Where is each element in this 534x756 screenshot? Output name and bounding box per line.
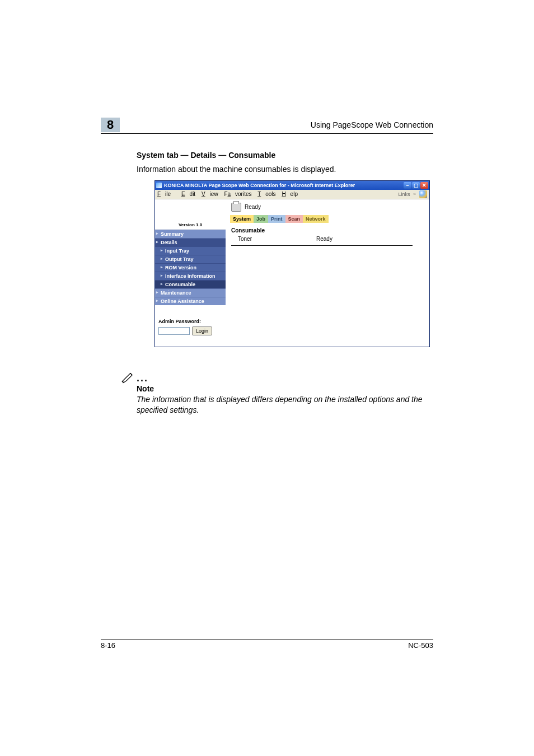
tab-job[interactable]: Job — [254, 215, 268, 223]
consumable-value: Ready — [316, 236, 332, 242]
links-label[interactable]: Links — [399, 192, 410, 197]
note-icon-row: ... — [120, 370, 433, 384]
admin-row: Login — [158, 326, 222, 335]
tab-row: System Job Print Scan Network — [226, 215, 429, 223]
sidebar: Version 1.0 Summary Details Input Tray O… — [155, 199, 226, 347]
nav-sub-output-tray[interactable]: Output Tray — [155, 255, 226, 263]
browser-content: Version 1.0 Summary Details Input Tray O… — [155, 199, 429, 347]
chapter-number: 8 — [101, 118, 120, 132]
browser-menubar: File Edit View Favorites Tools Help Link… — [155, 190, 429, 199]
note-dots: ... — [137, 372, 148, 384]
consumable-label: Toner — [238, 236, 316, 242]
menubar-right: Links » — [399, 190, 427, 198]
login-button[interactable]: Login — [192, 326, 212, 335]
main-pane: Ready System Job Print Scan Network Cons… — [226, 199, 429, 347]
intro-text: Information about the machine consumable… — [137, 164, 433, 175]
maximize-button[interactable]: ▢ — [412, 182, 420, 189]
menu-file[interactable]: File — [157, 191, 175, 197]
printer-icon — [231, 203, 241, 212]
window-buttons: – ▢ ✕ — [404, 182, 428, 189]
close-button[interactable]: ✕ — [420, 182, 428, 189]
menu-view[interactable]: View — [202, 191, 218, 197]
nav-sub-interface-info[interactable]: Interface Information — [155, 272, 226, 280]
menu-tools[interactable]: Tools — [257, 191, 275, 197]
header-divider — [101, 133, 433, 134]
nav-summary[interactable]: Summary — [155, 230, 226, 238]
tab-print[interactable]: Print — [268, 215, 285, 223]
section-title: System tab — Details — Consumable — [137, 151, 433, 160]
footer-row: 8-16 NC-503 — [0, 640, 534, 650]
main-empty-space — [226, 246, 429, 347]
ie-logo-icon — [419, 190, 427, 198]
note-label: Note — [137, 384, 433, 393]
browser-screenshot: KONICA MINOLTA Page Scope Web Connection… — [154, 180, 534, 347]
menu-edit[interactable]: Edit — [181, 191, 195, 197]
header-right-text: Using PageScope Web Connection — [311, 120, 433, 129]
page-header: 8 Using PageScope Web Connection — [0, 118, 534, 132]
menu-help[interactable]: Help — [282, 191, 298, 197]
consumable-row: Toner Ready — [226, 235, 429, 245]
nav-sub-consumable[interactable]: Consumable — [155, 280, 226, 288]
main-section-title: Consumable — [226, 223, 429, 235]
nav-details[interactable]: Details — [155, 238, 226, 246]
hand-pencil-icon — [120, 370, 135, 384]
window-titlebar: KONICA MINOLTA Page Scope Web Connection… — [155, 181, 429, 190]
ie-window: KONICA MINOLTA Page Scope Web Connection… — [154, 180, 430, 347]
menu-favorites[interactable]: Favorites — [224, 191, 251, 197]
admin-password-input[interactable] — [158, 327, 190, 335]
admin-password-block: Admin Password: Login — [155, 305, 226, 341]
window-title: KONICA MINOLTA Page Scope Web Connection… — [164, 183, 355, 188]
nav-online-assistance[interactable]: Online Assistance — [155, 297, 226, 305]
note-text: The information that is displayed differ… — [137, 394, 433, 416]
menubar-left: File Edit View Favorites Tools Help — [157, 191, 302, 197]
version-label: Version 1.0 — [179, 222, 202, 227]
tab-network[interactable]: Network — [303, 215, 329, 223]
footer-left: 8-16 — [101, 641, 115, 650]
document-page: 8 Using PageScope Web Connection System … — [0, 118, 534, 683]
titlebar-left: KONICA MINOLTA Page Scope Web Connection… — [156, 183, 355, 188]
status-text: Ready — [245, 204, 261, 210]
sidebar-logo-area: Version 1.0 — [155, 199, 226, 230]
nav-sub-input-tray[interactable]: Input Tray — [155, 246, 226, 255]
links-chevron-icon[interactable]: » — [414, 192, 416, 197]
nav-maintenance[interactable]: Maintenance — [155, 288, 226, 297]
ie-page-icon — [156, 183, 162, 188]
minimize-button[interactable]: – — [404, 182, 411, 189]
footer-right: NC-503 — [408, 641, 433, 650]
tab-scan[interactable]: Scan — [285, 215, 303, 223]
nav-sub-rom-version[interactable]: ROM Version — [155, 263, 226, 272]
tab-system[interactable]: System — [230, 215, 254, 223]
admin-password-label: Admin Password: — [158, 319, 222, 324]
status-row: Ready — [226, 199, 429, 215]
note-block: ... Note The information that is display… — [120, 370, 433, 416]
